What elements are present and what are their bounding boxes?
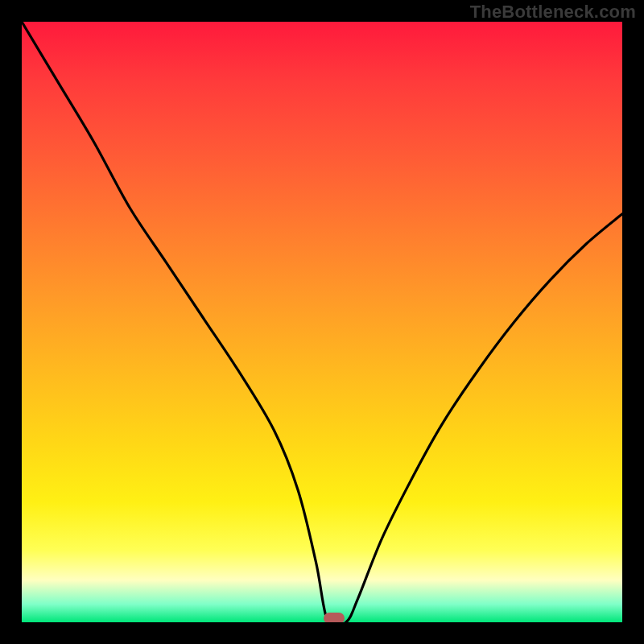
curve-path <box>22 22 622 622</box>
bottleneck-curve <box>22 22 622 622</box>
chart-frame: TheBottleneck.com <box>0 0 644 644</box>
attribution-text: TheBottleneck.com <box>470 2 636 23</box>
minimum-marker <box>324 613 345 622</box>
plot-area <box>22 22 622 622</box>
